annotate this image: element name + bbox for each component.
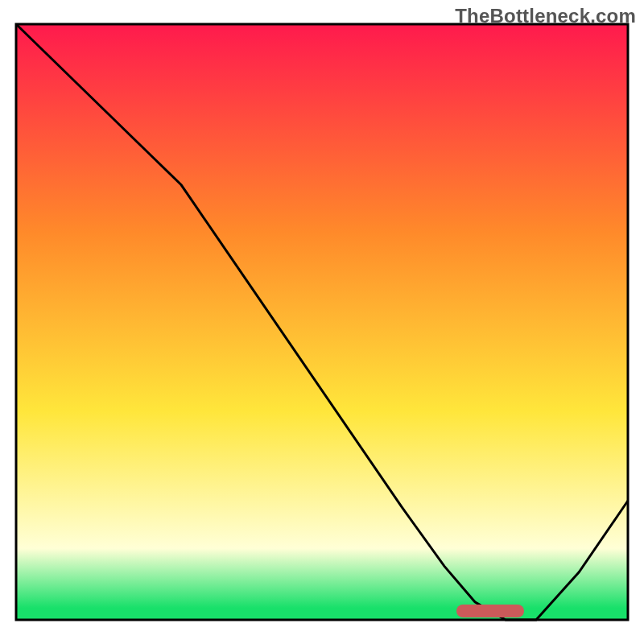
- optimum-marker: [456, 605, 524, 617]
- watermark-text: TheBottleneck.com: [455, 5, 636, 27]
- chart-svg: [0, 0, 644, 644]
- bottleneck-chart: TheBottleneck.com: [0, 0, 644, 644]
